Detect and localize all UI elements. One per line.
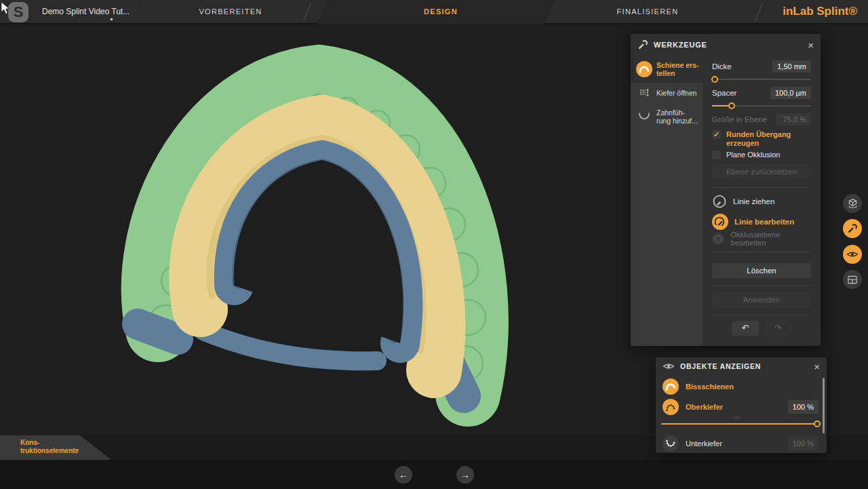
tools-toggle-button[interactable]	[843, 219, 862, 238]
3d-view-button[interactable]	[843, 194, 862, 213]
tool-kiefer-oeffnen[interactable]: Kiefer öffnen	[631, 83, 703, 103]
jaw-open-icon	[636, 87, 652, 99]
checkbox-label: Plane Okklusion	[726, 151, 781, 159]
dental-model	[0, 24, 631, 435]
bissschienen-label: Bissschienen	[686, 383, 818, 391]
eye-icon	[663, 362, 675, 370]
spacer-slider[interactable]	[712, 102, 811, 110]
draw-line-icon	[712, 194, 727, 209]
next-step-button[interactable]: →	[456, 466, 474, 484]
oberkiefer-row[interactable]: Oberkiefer 100 %	[663, 398, 818, 416]
checkbox-unchecked[interactable]	[712, 151, 721, 159]
linie-ziehen-button[interactable]: Linie ziehen	[712, 193, 811, 210]
oberkiefer-label: Oberkiefer	[686, 403, 781, 411]
unterkiefer-row[interactable]: Unterkiefer 100 %	[663, 435, 818, 452]
okklusalebene-label: Okklusalebene bearbeiten	[731, 231, 811, 247]
show-objects-toggle-button[interactable]	[843, 245, 862, 264]
dicke-label: Dicke	[712, 62, 772, 71]
unterkiefer-label: Unterkiefer	[686, 439, 781, 448]
redo-button[interactable]: ↷	[764, 321, 791, 336]
3d-model-viewport[interactable]	[0, 24, 631, 435]
tab-label-line1: Kons-	[20, 439, 113, 447]
bar-divider	[754, 3, 763, 22]
lower-jaw-icon	[663, 435, 679, 452]
bissschienen-row[interactable]: Bissschienen	[663, 378, 818, 395]
tools-nav: Schiene ers- tellen Kiefer öffnen	[631, 56, 703, 346]
viewports-button[interactable]	[843, 270, 862, 289]
runden-uebergang-row[interactable]: ✓ Runden Übergang erzeugen	[712, 130, 811, 148]
tab-vorbereiten[interactable]: VORBEREITEN	[176, 7, 285, 16]
tool-zahnfuehrung-hinzufuegen[interactable]: Zahnfüh- rung hinzuf...	[631, 103, 703, 130]
undo-redo-row: ↶ ↷	[712, 321, 811, 336]
oberkiefer-slider[interactable]	[661, 420, 817, 428]
dicke-row: Dicke 1,50 mm	[712, 60, 811, 73]
slider-track[interactable]	[712, 79, 811, 80]
eye-icon	[846, 250, 859, 258]
document-title[interactable]: Demo Splint Video Tut...	[42, 7, 130, 16]
tool-label: Schiene ers- tellen	[656, 61, 698, 77]
app-logo: S	[8, 2, 28, 22]
linie-ziehen-label: Linie ziehen	[733, 197, 774, 206]
linie-bearbeiten-button[interactable]: Linie bearbeiten	[712, 213, 811, 231]
close-icon[interactable]: ×	[808, 40, 814, 50]
divider	[712, 252, 811, 252]
wrench-icon	[637, 39, 648, 50]
spacer-label: Spacer	[712, 89, 770, 97]
dicke-value[interactable]: 1,50 mm	[772, 60, 811, 73]
loeschen-button[interactable]: Löschen	[712, 263, 811, 278]
3d-cube-icon	[847, 198, 859, 210]
edit-line-icon	[712, 214, 728, 230]
linie-bearbeiten-label: Linie bearbeiten	[734, 218, 794, 226]
plane-okklusion-row[interactable]: Plane Okklusion	[712, 151, 811, 159]
inlab-splint-window: S Demo Splint Video Tut... VORBEREITEN D…	[0, 0, 868, 489]
groesse-row: Größe in Ebene 75,0 %	[712, 113, 811, 125]
panel-title: OBJEKTE ANZEIGEN	[680, 362, 808, 370]
panel-title: WERKZEUGE	[654, 41, 802, 49]
upper-jaw-icon	[663, 399, 679, 415]
split-view-icon	[847, 275, 858, 285]
undo-button[interactable]: ↶	[732, 321, 759, 336]
tools-content: Dicke 1,50 mm Spacer 100,0 µm Größe in E…	[703, 56, 821, 346]
previous-step-button[interactable]: ←	[395, 466, 412, 484]
splint-arch-icon	[663, 378, 679, 395]
slider-fill	[661, 423, 817, 425]
spacer-row: Spacer 100,0 µm	[712, 87, 811, 99]
konstruktionselemente-tab[interactable]: Kons- truktionselemente	[0, 435, 113, 460]
groesse-label: Größe in Ebene	[712, 115, 776, 123]
tool-label: Kiefer öffnen	[656, 89, 696, 97]
divider	[712, 286, 811, 286]
mouse-cursor	[1, 1, 10, 15]
slider-knob[interactable]	[814, 420, 821, 427]
slider-knob[interactable]	[728, 102, 735, 109]
tool-label: Zahnfüh- rung hinzuf...	[656, 109, 698, 125]
tab-design[interactable]: DESIGN	[387, 7, 495, 16]
objekte-anzeigen-panel: OBJEKTE ANZEIGEN × Bissschienen Oberkief…	[656, 357, 827, 453]
unterkiefer-opacity-value: 100 %	[788, 437, 818, 450]
checkbox-label: Runden Übergang erzeugen	[726, 130, 806, 148]
tab-finalisieren[interactable]: FINALISIEREN	[593, 7, 702, 16]
objekte-header: OBJEKTE ANZEIGEN ×	[656, 357, 827, 375]
panel-scrollbar[interactable]	[823, 378, 825, 433]
groesse-value: 75,0 %	[776, 113, 811, 125]
anwenden-button[interactable]: Anwenden	[712, 292, 811, 307]
bottom-bar-lower	[0, 460, 868, 489]
oberkiefer-opacity-value[interactable]: 100 %	[788, 400, 818, 414]
wrench-icon	[847, 223, 858, 234]
checkbox-checked[interactable]: ✓	[712, 130, 721, 139]
werkzeuge-panel: WERKZEUGE × Schiene ers- tellen	[631, 34, 821, 346]
spacer-value[interactable]: 100,0 µm	[770, 87, 811, 99]
close-icon[interactable]: ×	[814, 361, 820, 372]
divider	[712, 315, 811, 315]
splint-arch-icon	[636, 61, 652, 77]
okklusalebene-bearbeiten-button[interactable]: Okklusalebene bearbeiten	[712, 232, 811, 246]
app-title: inLab Splint®	[783, 5, 857, 18]
slider-notch	[732, 414, 741, 419]
dicke-slider[interactable]	[712, 75, 811, 83]
tool-schiene-erstellen[interactable]: Schiene ers- tellen	[631, 56, 703, 83]
slider-knob[interactable]	[711, 76, 718, 83]
bar-divider	[129, 3, 138, 22]
divider	[712, 187, 811, 188]
occlusal-plane-icon	[712, 232, 725, 246]
ebene-zuruecksetzen-button[interactable]: Ebene zurücksetzen	[712, 165, 811, 178]
top-bar: S Demo Splint Video Tut... VORBEREITEN D…	[0, 0, 868, 24]
